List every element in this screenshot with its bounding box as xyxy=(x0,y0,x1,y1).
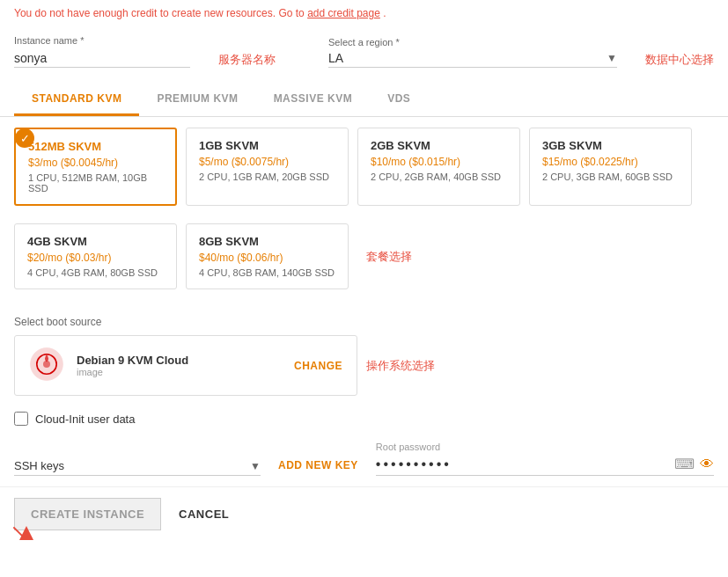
password-group: Root password ⌨ 👁 xyxy=(376,442,714,476)
plan-3gb-name: 3GB SKVM xyxy=(542,139,679,152)
instance-name-annotation: 服务器名称 xyxy=(218,52,276,68)
ssh-select-row: SSH keys ▼ xyxy=(14,459,261,476)
plan-8gb[interactable]: 8GB SKVM $40/mo ($0.06/hr) 4 CPU, 8GB RA… xyxy=(186,223,349,289)
cloud-init-checkbox[interactable] xyxy=(14,412,28,426)
plan-2gb-specs: 2 CPU, 2GB RAM, 40GB SSD xyxy=(371,172,507,182)
region-dropdown-arrow: ▼ xyxy=(607,52,617,64)
tab-standard-kvm[interactable]: STANDARD KVM xyxy=(14,84,139,116)
plans-section: ✓ 512MB SKVM $3/mo ($0.0045/hr) 1 CPU, 5… xyxy=(0,117,728,309)
warning-suffix: . xyxy=(383,7,386,19)
password-label: Root password xyxy=(376,442,714,452)
plan-1gb-specs: 2 CPU, 1GB RAM, 20GB SSD xyxy=(199,172,335,182)
tabs-row: STANDARD KVM PREMIUM KVM MASSIVE KVM VDS xyxy=(14,84,714,116)
red-arrow-indicator xyxy=(19,526,37,543)
region-select-wrapper: LA NY EU ▼ xyxy=(328,51,617,68)
region-label: Select a region * xyxy=(328,37,617,47)
warning-bar: You do not have enough credit to create … xyxy=(0,0,728,26)
instance-name-group: Instance name * xyxy=(14,35,190,68)
plan-4gb-name: 4GB SKVM xyxy=(27,235,164,248)
change-boot-button[interactable]: CHANGE xyxy=(294,360,342,372)
plan-3gb-price: $15/mo ($0.0225/hr) xyxy=(542,156,679,168)
region-annotation: 数据中心选择 xyxy=(645,52,714,68)
add-new-key-button[interactable]: ADD NEW KEY xyxy=(278,459,358,476)
boot-annotation: 操作系统选择 xyxy=(366,358,435,374)
boot-label: Select boot source xyxy=(14,316,714,328)
boot-os-type: image xyxy=(77,367,282,377)
tab-premium-kvm[interactable]: PREMIUM KVM xyxy=(139,84,255,116)
plan-2gb[interactable]: 2GB SKVM $10/mo ($0.015/hr) 2 CPU, 2GB R… xyxy=(357,128,520,206)
boot-os-name: Debian 9 KVM Cloud xyxy=(77,354,282,367)
plan-1gb-price: $5/mo ($0.0075/hr) xyxy=(199,156,335,168)
plan-4gb-specs: 4 CPU, 4GB RAM, 80GB SSD xyxy=(27,267,164,278)
tabs-section: STANDARD KVM PREMIUM KVM MASSIVE KVM VDS xyxy=(0,84,728,117)
boot-section: Select boot source Debian 9 KVM Cloud im… xyxy=(0,309,728,406)
plan-512mb-name: 512MB SKVM xyxy=(28,140,163,153)
plans-annotation: 套餐选择 xyxy=(366,249,412,265)
debian-logo xyxy=(29,347,64,384)
instance-name-label: Instance name * xyxy=(14,35,190,46)
region-select[interactable]: LA NY EU xyxy=(328,51,607,65)
plan-2gb-price: $10/mo ($0.015/hr) xyxy=(371,156,507,168)
password-input[interactable] xyxy=(376,456,674,472)
plan-3gb[interactable]: 3GB SKVM $15/mo ($0.0225/hr) 2 CPU, 3GB … xyxy=(529,128,692,206)
cloud-init-label: Cloud-Init user data xyxy=(35,413,135,426)
plan-2gb-name: 2GB SKVM xyxy=(371,139,507,152)
tab-vds[interactable]: VDS xyxy=(370,84,428,116)
svg-point-2 xyxy=(43,361,50,368)
tab-massive-kvm[interactable]: MASSIVE KVM xyxy=(256,84,371,116)
boot-info: Debian 9 KVM Cloud image xyxy=(77,354,282,377)
ssh-group: SSH keys ▼ xyxy=(14,456,261,476)
plans-row-1: ✓ 512MB SKVM $3/mo ($0.0045/hr) 1 CPU, 5… xyxy=(14,128,692,206)
eye-visibility-icon[interactable]: 👁 xyxy=(700,456,714,472)
form-section: Instance name * 服务器名称 Select a region * … xyxy=(0,26,728,75)
cancel-button[interactable]: CANCEL xyxy=(179,508,229,521)
plan-8gb-specs: 4 CPU, 8GB RAM, 140GB SSD xyxy=(199,267,335,278)
keyboard-icon[interactable]: ⌨ xyxy=(674,456,695,472)
plan-512mb-price: $3/mo ($0.0045/hr) xyxy=(28,157,163,169)
add-credit-link[interactable]: add credit page xyxy=(307,7,380,19)
plan-8gb-name: 8GB SKVM xyxy=(199,235,335,248)
region-group: Select a region * LA NY EU ▼ xyxy=(328,37,617,68)
plan-1gb[interactable]: 1GB SKVM $5/mo ($0.0075/hr) 2 CPU, 1GB R… xyxy=(186,128,349,206)
plans-row-2: 4GB SKVM $20/mo ($0.03/hr) 4 CPU, 4GB RA… xyxy=(14,223,412,289)
plan-8gb-price: $40/mo ($0.06/hr) xyxy=(199,252,335,264)
plan-3gb-specs: 2 CPU, 3GB RAM, 60GB SSD xyxy=(542,172,679,182)
create-button-wrapper: CREATE INSTANCE xyxy=(14,498,161,530)
cloud-init-section: Cloud-Init user data xyxy=(0,406,728,435)
password-input-row: ⌨ 👁 xyxy=(376,456,714,476)
ssh-dropdown-arrow: ▼ xyxy=(250,460,261,472)
instance-name-input[interactable] xyxy=(14,49,190,68)
credentials-section: SSH keys ▼ ADD NEW KEY Root password ⌨ 👁 xyxy=(0,435,728,486)
plan-1gb-name: 1GB SKVM xyxy=(199,139,335,152)
plan-512mb-specs: 1 CPU, 512MB RAM, 10GB SSD xyxy=(28,172,163,194)
warning-text: You do not have enough credit to create … xyxy=(14,7,305,19)
boot-box: Debian 9 KVM Cloud image CHANGE xyxy=(14,335,357,396)
plan-4gb[interactable]: 4GB SKVM $20/mo ($0.03/hr) 4 CPU, 4GB RA… xyxy=(14,223,177,289)
plan-4gb-price: $20/mo ($0.03/hr) xyxy=(27,252,164,264)
selected-check-icon: ✓ xyxy=(15,128,34,148)
ssh-select[interactable]: SSH keys xyxy=(14,459,250,472)
svg-marker-3 xyxy=(19,526,33,540)
action-section: CREATE INSTANCE CANCEL xyxy=(0,486,728,541)
plan-512mb[interactable]: ✓ 512MB SKVM $3/mo ($0.0045/hr) 1 CPU, 5… xyxy=(14,128,177,206)
